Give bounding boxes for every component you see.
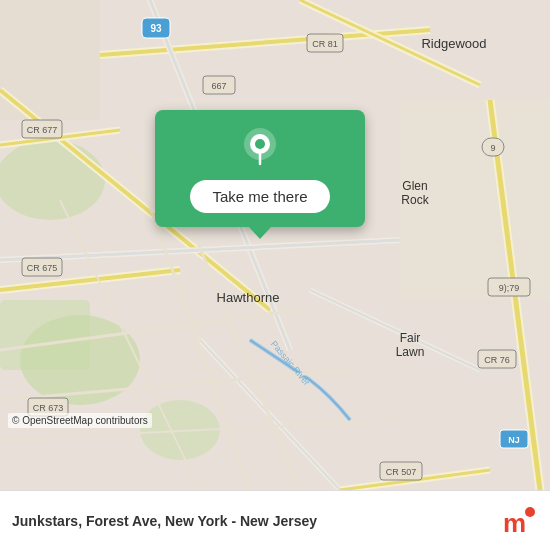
svg-text:Rock: Rock	[401, 193, 429, 207]
svg-text:Fair: Fair	[400, 331, 421, 345]
location-pin-icon	[238, 126, 282, 170]
svg-text:CR 76: CR 76	[484, 355, 510, 365]
svg-text:Glen: Glen	[402, 179, 427, 193]
svg-text:9: 9	[490, 143, 495, 153]
svg-text:CR 507: CR 507	[386, 467, 417, 477]
svg-text:667: 667	[211, 81, 226, 91]
moovit-logo: m	[500, 502, 538, 540]
svg-text:Ridgewood: Ridgewood	[421, 36, 486, 51]
take-me-there-button[interactable]: Take me there	[190, 180, 329, 213]
svg-point-69	[525, 507, 535, 517]
svg-point-66	[255, 139, 265, 149]
svg-text:CR 81: CR 81	[312, 39, 338, 49]
popup-card: Take me there	[155, 110, 365, 227]
svg-text:m: m	[503, 508, 526, 538]
location-info: Junkstars, Forest Ave, New York - New Je…	[12, 513, 500, 529]
place-name: Junkstars, Forest Ave, New York - New Je…	[12, 513, 500, 529]
svg-point-2	[0, 140, 105, 220]
svg-text:Hawthorne: Hawthorne	[217, 290, 280, 305]
svg-text:NJ: NJ	[508, 435, 520, 445]
svg-text:Lawn: Lawn	[396, 345, 425, 359]
svg-text:CR 673: CR 673	[33, 403, 64, 413]
svg-text:93: 93	[150, 23, 162, 34]
moovit-logo-icon: m	[500, 502, 538, 540]
map-container: 93 CR 81 667 CR 677 CR 675 CR 673 9 9);7…	[0, 0, 550, 490]
svg-text:CR 677: CR 677	[27, 125, 58, 135]
svg-text:9);79: 9);79	[499, 283, 520, 293]
osm-credit: © OpenStreetMap contributors	[8, 413, 152, 428]
svg-rect-3	[0, 300, 90, 370]
svg-text:CR 675: CR 675	[27, 263, 58, 273]
bottom-bar: Junkstars, Forest Ave, New York - New Je…	[0, 490, 550, 550]
